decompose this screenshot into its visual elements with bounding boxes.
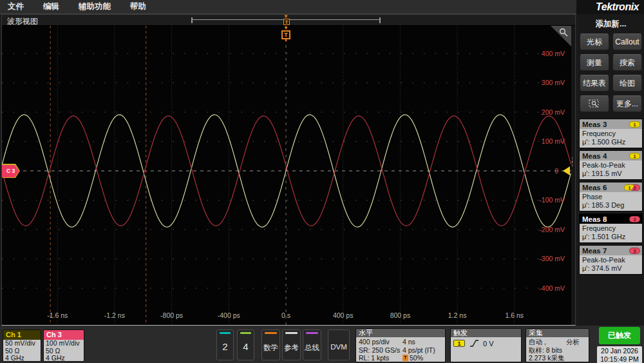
trigger-level-value: 0 V	[483, 340, 494, 348]
source-badges: 1	[629, 153, 640, 159]
channel-3-scale: 100 mV/div	[46, 340, 84, 348]
plot-button[interactable]: 绘图	[612, 75, 642, 92]
svg-text:200 mV: 200 mV	[542, 108, 565, 116]
panel-drag-handle-icon[interactable]: ⁞⁞	[571, 158, 575, 166]
menu-bar: 文件 编辑 辅助功能 帮助	[0, 0, 576, 14]
sidebar-button-grid: 光标 Callout 测量 搜索 结果表 绘图 更多...	[578, 34, 644, 112]
math-button[interactable]: 数学	[261, 329, 280, 360]
svg-text:400 mV: 400 mV	[542, 50, 565, 57]
source-badges: 3	[629, 216, 640, 222]
measure-button[interactable]: 测量	[580, 54, 609, 71]
search-button[interactable]: 搜索	[612, 54, 642, 71]
measurement-name: Meas 6	[582, 184, 607, 191]
capture-zoom-button[interactable]	[580, 95, 609, 112]
channel-3-reference-marker[interactable]: C 3	[2, 164, 21, 179]
measurement-type: Peak-to-Peak	[582, 161, 639, 170]
measurement-badge-meas7[interactable]: Meas 73 Peak-to-Peak μ': 374.5 mV	[579, 245, 643, 275]
measurement-type: Frequency	[582, 224, 639, 233]
measurement-name: Meas 8	[582, 215, 607, 223]
measurement-type: Frequency	[582, 130, 639, 138]
channel-3-label: Ch 3	[44, 330, 84, 340]
acquisition-mode: 自动 ,	[529, 338, 546, 346]
trigger-position-mini-flag[interactable]: T	[283, 19, 290, 25]
results-table-button[interactable]: 结果表	[580, 75, 609, 92]
svg-text:400 ps: 400 ps	[333, 311, 354, 319]
waveform-chart: 400 mV300 mV200 mV100 mV0-100 mV-200 mV-…	[2, 26, 571, 325]
acquisition-panel-title: 采集	[526, 329, 589, 337]
measurement-type: Phase	[582, 193, 639, 201]
measurement-value: μ': 185.3 Deg	[582, 201, 639, 210]
capture-zoom-icon	[588, 99, 601, 109]
channel-3-bandwidth: 4 GHz	[46, 355, 84, 362]
datetime-badge[interactable]: 20 Jan 2026 10:15:49 PM	[597, 346, 642, 363]
source-badges: 3	[629, 248, 640, 254]
acquisition-analysis: 分析	[566, 338, 580, 346]
svg-text:-300 mV: -300 mV	[539, 255, 565, 262]
measurement-name: Meas 4	[582, 152, 607, 160]
trigger-position-flag[interactable]: ▼ T ▼	[280, 26, 292, 43]
measurement-badge-list: Meas 31 Frequency μ': 1.500 GHz Meas 41 …	[579, 119, 643, 275]
channel-2-button[interactable]: 2	[216, 329, 234, 360]
horizontal-panel-title: 水平	[356, 329, 445, 337]
channel-4-color-bar	[240, 332, 251, 334]
trigger-t-flag: T	[281, 30, 290, 39]
channel-1-badge[interactable]: Ch 1 50 mV/div 50 Ω 4 GHz	[3, 329, 41, 362]
svg-text:-400 ps: -400 ps	[218, 311, 240, 319]
time-label: 10:15:49 PM	[597, 355, 642, 363]
magnifier-icon	[559, 28, 569, 37]
acquisition-settings-panel[interactable]: 采集 自动 ,分析 取样: 8 bits 2.273 k采集	[526, 328, 589, 362]
reference-button[interactable]: 参考	[282, 329, 301, 360]
measurement-value: μ': 191.5 mV	[582, 170, 639, 178]
trigger-panel-title: 触发	[451, 329, 521, 337]
svg-text:300 mV: 300 mV	[542, 79, 565, 86]
trigger-source-badge: 1	[453, 340, 465, 347]
trigger-arrow-small-icon: ▼	[280, 39, 292, 43]
measurement-type: Peak-to-Peak	[582, 256, 639, 264]
add-new-label: 添加新...	[578, 19, 644, 30]
trigger-settings-panel[interactable]: 触发 1 0 V	[450, 328, 522, 362]
measurement-badge-meas6[interactable]: Meas 613 Phase μ': 185.3 Deg	[579, 182, 643, 211]
measurement-badge-meas8[interactable]: Meas 83 Frequency μ': 1.501 GHz	[579, 213, 643, 243]
dvm-button[interactable]: DVM	[328, 329, 350, 360]
menu-edit[interactable]: 编辑	[43, 1, 59, 12]
measurement-value: μ': 374.5 mV	[582, 264, 639, 273]
menu-file[interactable]: 文件	[8, 1, 24, 12]
cursor-button[interactable]: 光标	[580, 34, 609, 50]
trigger-position-icon: T	[402, 355, 408, 361]
sample-rate: SR: 250 GS/s	[359, 346, 402, 355]
menu-utility[interactable]: 辅助功能	[79, 1, 111, 12]
svg-text:100 mV: 100 mV	[542, 137, 565, 145]
channel-4-button[interactable]: 4	[237, 329, 254, 360]
trigger-status-indicator[interactable]: 已触发	[599, 327, 640, 344]
acquisition-count: 2.273 k采集	[529, 354, 586, 362]
measurement-value: μ': 1.500 GHz	[582, 138, 639, 146]
more-button[interactable]: 更多...	[612, 95, 642, 112]
source-badges: 1	[629, 121, 640, 128]
math-color-bar	[265, 332, 277, 334]
trigger-arrow-icon: ▼	[280, 26, 292, 30]
measurement-value: μ': 1.501 GHz	[582, 233, 639, 241]
plot-right-gutter	[571, 26, 575, 325]
svg-text:-100 mV: -100 mV	[539, 196, 565, 204]
bus-button[interactable]: 总线	[303, 329, 321, 360]
channel-3-badge[interactable]: Ch 3 100 mV/div 50 Ω 4 GHz	[43, 329, 84, 362]
acquisition-sample-bits: 取样: 8 bits	[529, 346, 586, 355]
menu-help[interactable]: 帮助	[130, 1, 146, 12]
trigger-level-arrow[interactable]	[563, 166, 570, 175]
measurement-badge-meas3[interactable]: Meas 31 Frequency μ': 1.500 GHz	[579, 119, 643, 148]
graticule[interactable]: 400 mV300 mV200 mV100 mV0-100 mV-200 mV-…	[2, 26, 575, 325]
rising-edge-icon	[469, 339, 479, 348]
callout-button[interactable]: Callout	[612, 34, 642, 50]
right-sidebar: 添加新... 光标 Callout 测量 搜索 结果表 绘图 更多... Mea…	[578, 14, 644, 326]
source-badges: 13	[624, 184, 640, 191]
oscilloscope-screen: 文件 编辑 辅助功能 帮助 Tektronix 波形视图 ▼ T 400 mV3…	[0, 0, 644, 363]
channel-1-scale: 50 mV/div	[5, 340, 41, 348]
svg-text:-800 ps: -800 ps	[160, 311, 183, 319]
horizontal-settings-panel[interactable]: 水平 400 ps/div4 ns SR: 250 GS/s4 ps/pt (I…	[355, 328, 446, 362]
svg-text:1.2 ns: 1.2 ns	[448, 311, 467, 319]
horizontal-scale: 400 ps/div	[359, 338, 402, 346]
measurement-badge-meas4[interactable]: Meas 41 Peak-to-Peak μ': 191.5 mV	[579, 150, 643, 180]
bus-color-bar	[306, 332, 318, 334]
waveform-view-window: 波形视图 ▼ T 400 mV300 mV200 mV100 mV0-100 m…	[1, 14, 576, 326]
svg-text:-1.2 ns: -1.2 ns	[104, 311, 125, 319]
